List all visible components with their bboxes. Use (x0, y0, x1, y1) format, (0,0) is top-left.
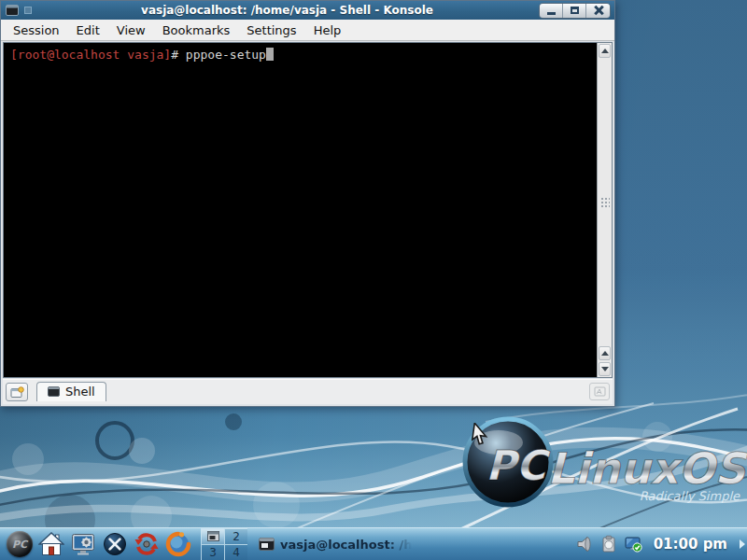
tab-label: Shell (65, 385, 95, 399)
pclinuxos-menu-icon: PC (7, 531, 33, 557)
arrow-up-icon (601, 49, 609, 53)
volume-icon[interactable] (575, 535, 594, 553)
minimize-icon (547, 12, 556, 15)
terminal-cursor (266, 48, 274, 61)
terminal-icon[interactable] (6, 5, 19, 16)
pin-icon[interactable] (24, 7, 32, 14)
session-list-button[interactable] (589, 383, 610, 400)
close-icon (594, 6, 603, 15)
logo-name-text: LinuxOS (547, 443, 747, 494)
mouse-cursor (472, 423, 492, 447)
menu-bookmarks[interactable]: Bookmarks (154, 21, 239, 39)
terminal-command: # pppoe-setup (171, 48, 266, 62)
scroll-up-button-bottom[interactable] (599, 346, 611, 360)
update-icon (134, 531, 160, 557)
close-button[interactable] (586, 4, 610, 18)
task-button-konsole[interactable]: vasja@localhost: /h (259, 538, 492, 552)
home-button[interactable] (38, 531, 64, 557)
session-tabbar: Shell (3, 379, 613, 404)
arrow-down-icon (601, 367, 609, 371)
taskbar-clock[interactable]: 01:00 pm (654, 536, 727, 553)
control-center-icon (70, 531, 96, 557)
update-notifier-icon[interactable] (624, 535, 642, 553)
firefox-icon (165, 531, 191, 557)
minimize-button[interactable] (540, 4, 563, 18)
terminal-icon (48, 386, 60, 397)
update-button[interactable] (134, 531, 160, 557)
terminal-screen[interactable]: [root@localhost vasja]# pppoe-setup (4, 43, 597, 377)
terminal-prompt: [root@localhost vasja] (10, 48, 171, 62)
scrollbar-thumb[interactable] (598, 59, 612, 345)
menu-session[interactable]: Session (5, 21, 68, 39)
scrollbar-grip-icon (600, 197, 610, 208)
menu-edit[interactable]: Edit (68, 21, 108, 39)
logo-pc-text: PC (486, 441, 551, 489)
menu-settings[interactable]: Settings (238, 21, 304, 39)
system-tray (575, 535, 642, 553)
konsole-window: vasja@localhost: /home/vasja - Shell - K… (0, 0, 615, 407)
terminal-icon (259, 538, 275, 551)
menu-help[interactable]: Help (305, 21, 350, 39)
logo-tagline: Radically Simple (640, 489, 740, 503)
pclinuxos-menu-button[interactable]: PC (7, 531, 33, 557)
control-center-button[interactable] (70, 531, 96, 557)
admin-tools-icon (102, 531, 128, 557)
admin-tools-button[interactable] (102, 531, 128, 557)
menu-view[interactable]: View (108, 21, 154, 39)
pager-desktop-4[interactable]: 4 (224, 544, 247, 560)
pclinuxos-logo: PC LinuxOS Radically Simple (461, 413, 747, 517)
maximize-button[interactable] (563, 4, 586, 18)
clipboard-icon[interactable] (599, 535, 618, 553)
window-mini-icon (207, 531, 219, 541)
taskbar: PC (0, 527, 747, 560)
scroll-up-button[interactable] (599, 44, 611, 58)
panel-hide-button[interactable] (737, 528, 747, 560)
scroll-down-button[interactable] (599, 362, 611, 376)
maximize-icon (571, 7, 579, 14)
tabbar-spacer (106, 382, 589, 401)
tab-shell[interactable]: Shell (36, 382, 106, 401)
arrow-up-icon (601, 351, 609, 356)
pager-desktop-3[interactable]: 3 (201, 544, 224, 560)
new-session-icon (10, 386, 24, 399)
titlebar[interactable]: vasja@localhost: /home/vasja - Shell - K… (1, 1, 614, 20)
window-title: vasja@localhost: /home/vasja - Shell - K… (35, 4, 539, 17)
pager-desktop-2[interactable]: 2 (224, 528, 247, 545)
menubar: Session Edit View Bookmarks Settings Hel… (1, 20, 614, 41)
terminal-scrollbar[interactable] (597, 43, 612, 377)
firefox-button[interactable] (165, 531, 191, 557)
new-session-button[interactable] (6, 383, 28, 401)
desktop-pager: 2 3 4 (201, 528, 247, 560)
task-button-label: vasja@localhost: /h (280, 538, 412, 552)
panel-hide-icon (740, 539, 745, 549)
home-icon (38, 531, 64, 557)
session-list-icon (594, 386, 606, 397)
pager-desktop-1[interactable] (201, 528, 224, 545)
